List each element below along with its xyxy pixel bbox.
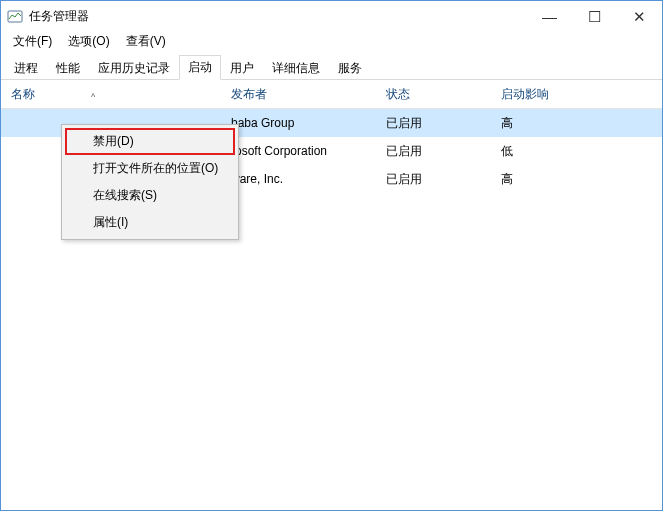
window-title: 任务管理器: [29, 8, 89, 25]
cell-publisher: rosoft Corporation: [221, 144, 376, 158]
cell-publisher: baba Group: [221, 116, 376, 130]
tab-startup[interactable]: 启动: [179, 55, 221, 80]
tab-app-history[interactable]: 应用历史记录: [89, 56, 179, 80]
cell-impact: 高: [491, 115, 641, 132]
cell-impact: 高: [491, 171, 641, 188]
app-icon: [7, 8, 23, 24]
tab-users[interactable]: 用户: [221, 56, 263, 80]
maximize-button[interactable]: ☐: [572, 1, 617, 31]
menu-file[interactable]: 文件(F): [5, 31, 60, 52]
ctx-search-online[interactable]: 在线搜索(S): [65, 182, 235, 209]
menu-options[interactable]: 选项(O): [60, 31, 117, 52]
minimize-button[interactable]: —: [527, 1, 572, 31]
sort-indicator-icon: ^: [91, 92, 95, 102]
tab-performance[interactable]: 性能: [47, 56, 89, 80]
table-header: 名称 ^ 发布者 状态 启动影响: [1, 80, 662, 109]
context-menu: 禁用(D) 打开文件所在的位置(O) 在线搜索(S) 属性(I): [61, 124, 239, 240]
task-manager-window: 任务管理器 — ☐ ✕ 文件(F) 选项(O) 查看(V) 进程 性能 应用历史…: [0, 0, 663, 511]
cell-impact: 低: [491, 143, 641, 160]
cell-status: 已启用: [376, 143, 491, 160]
column-header-publisher[interactable]: 发布者: [221, 86, 376, 103]
cell-status: 已启用: [376, 171, 491, 188]
ctx-disable[interactable]: 禁用(D): [65, 128, 235, 155]
column-header-name[interactable]: 名称 ^: [1, 86, 221, 103]
tab-strip: 进程 性能 应用历史记录 启动 用户 详细信息 服务: [1, 55, 662, 80]
window-controls: — ☐ ✕: [527, 1, 662, 31]
column-header-name-label: 名称: [11, 87, 35, 101]
cell-status: 已启用: [376, 115, 491, 132]
title-bar: 任务管理器 — ☐ ✕: [1, 1, 662, 31]
tab-services[interactable]: 服务: [329, 56, 371, 80]
column-header-impact[interactable]: 启动影响: [491, 86, 641, 103]
cell-publisher: ware, Inc.: [221, 172, 376, 186]
column-header-status[interactable]: 状态: [376, 86, 491, 103]
tab-processes[interactable]: 进程: [5, 56, 47, 80]
tab-details[interactable]: 详细信息: [263, 56, 329, 80]
menu-view[interactable]: 查看(V): [118, 31, 174, 52]
menu-bar: 文件(F) 选项(O) 查看(V): [1, 31, 662, 55]
ctx-open-file-location[interactable]: 打开文件所在的位置(O): [65, 155, 235, 182]
close-button[interactable]: ✕: [617, 1, 662, 31]
ctx-properties[interactable]: 属性(I): [65, 209, 235, 236]
